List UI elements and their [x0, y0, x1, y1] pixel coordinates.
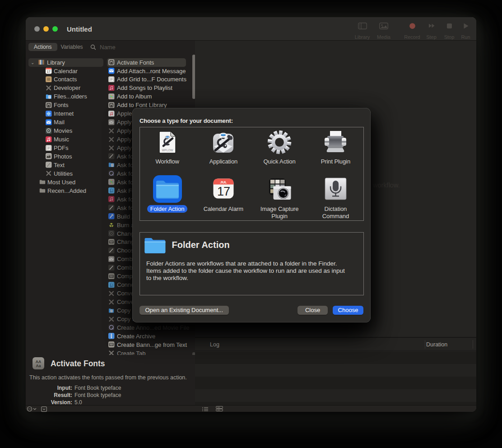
svg-text:Aa: Aa	[36, 363, 41, 368]
